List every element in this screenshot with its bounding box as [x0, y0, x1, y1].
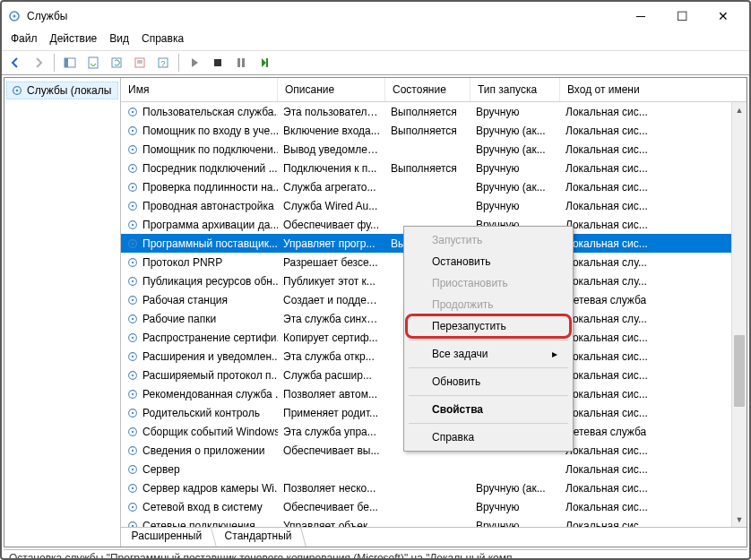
tree-item-services[interactable]: Службы (локалы [6, 82, 118, 99]
export-list-button[interactable] [83, 53, 103, 73]
svg-rect-14 [266, 58, 268, 67]
svg-point-24 [132, 167, 134, 168]
ctx-item[interactable]: Справка [407, 426, 570, 448]
table-row[interactable]: Пользовательская служба...Эта пользовате… [121, 102, 747, 121]
svg-point-18 [132, 110, 134, 112]
svg-point-60 [132, 505, 134, 507]
start-service-button[interactable] [185, 53, 204, 73]
ctx-item[interactable]: Все задачи▸ [407, 343, 570, 365]
restart-service-button[interactable] [255, 53, 274, 73]
maximize-button[interactable]: ☐ [661, 2, 703, 30]
forward-button[interactable] [29, 53, 48, 73]
scroll-down-icon[interactable]: ▼ [732, 512, 747, 527]
stop-service-button[interactable] [208, 53, 228, 73]
ctx-item[interactable]: Обновить [407, 371, 570, 392]
ctx-item: Запустить [407, 229, 570, 251]
vertical-scrollbar[interactable]: ▲ ▼ [731, 102, 747, 527]
menu-action[interactable]: Действие [50, 32, 98, 45]
table-row[interactable]: СерверЛокальная сис... [121, 460, 747, 478]
tab-standard[interactable]: Стандартный [211, 528, 306, 547]
svg-point-32 [132, 242, 134, 244]
ctx-item: Продолжить [407, 294, 570, 315]
svg-point-1 [13, 15, 16, 18]
svg-point-62 [132, 524, 134, 526]
svg-point-28 [132, 204, 134, 206]
svg-rect-13 [242, 58, 245, 67]
svg-point-26 [132, 185, 134, 187]
svg-point-54 [132, 449, 134, 451]
menubar: Файл Действие Вид Справка [2, 30, 749, 50]
svg-point-50 [132, 411, 134, 413]
svg-text:?: ? [160, 59, 165, 68]
col-name[interactable]: Имя [121, 78, 278, 101]
svg-point-48 [132, 392, 134, 394]
svg-point-56 [132, 468, 134, 470]
table-row[interactable]: Сетевой вход в системуОбеспечивает бе...… [121, 497, 747, 516]
titlebar: Службы ─ ☐ ✕ [2, 2, 749, 30]
svg-rect-12 [237, 58, 240, 67]
svg-point-38 [132, 298, 134, 300]
ctx-item: Приостановить [407, 272, 570, 294]
col-startup[interactable]: Тип запуска [470, 78, 560, 101]
window-title: Службы [27, 10, 620, 22]
ctx-item[interactable]: Перезапустить [407, 315, 570, 337]
svg-point-36 [132, 280, 134, 281]
col-state[interactable]: Состояние [385, 78, 470, 101]
svg-point-40 [132, 317, 134, 319]
table-row[interactable]: Проверка подлинности на...Служба агрегат… [121, 177, 747, 196]
ctx-item[interactable]: Остановить [407, 251, 570, 272]
svg-point-16 [16, 90, 19, 92]
menu-file[interactable]: Файл [11, 32, 38, 45]
minimize-button[interactable]: ─ [620, 2, 661, 30]
menu-help[interactable]: Справка [142, 32, 184, 45]
svg-rect-3 [65, 58, 68, 67]
grid-header: Имя Описание Состояние Тип запуска Вход … [121, 78, 747, 102]
svg-rect-11 [214, 59, 221, 66]
close-button[interactable]: ✕ [703, 2, 744, 30]
chevron-right-icon: ▸ [552, 348, 557, 360]
content-area: Службы (локалы Имя Описание Состояние Ти… [4, 77, 747, 547]
tab-extended[interactable]: Расширенный [121, 528, 216, 547]
table-row[interactable]: Сервер кадров камеры Wi...Позволяет неск… [121, 478, 747, 497]
refresh-button[interactable] [107, 53, 126, 73]
help-button[interactable]: ? [153, 53, 173, 73]
context-menu: ЗапуститьОстановитьПриостановитьПродолжи… [403, 226, 574, 452]
table-row[interactable]: Помощник по подключени...Вывод уведомлен… [121, 140, 747, 159]
menu-view[interactable]: Вид [109, 32, 129, 45]
scroll-up-icon[interactable]: ▲ [732, 102, 747, 117]
svg-point-58 [132, 487, 134, 488]
scroll-thumb[interactable] [734, 335, 745, 407]
tree-pane: Службы (локалы [4, 78, 121, 547]
svg-point-52 [132, 430, 134, 432]
toolbar: ? [2, 50, 749, 75]
show-hide-tree-button[interactable] [60, 53, 80, 73]
svg-point-30 [132, 223, 134, 225]
pause-service-button[interactable] [231, 53, 251, 73]
services-icon [7, 9, 22, 23]
table-row[interactable]: Проводная автонастройкаСлужба Wired Au..… [121, 196, 747, 215]
properties-button[interactable] [130, 53, 150, 73]
status-bar: Остановка службы "Программный поставщик … [4, 549, 747, 560]
table-row[interactable]: Посредник подключений ...Подключения к п… [121, 159, 747, 177]
ctx-item[interactable]: Свойства [407, 399, 570, 420]
table-row[interactable]: Сетевые подключенияУправляет объект...Вр… [121, 516, 747, 527]
tree-item-label: Службы (локалы [27, 84, 111, 97]
view-tabs: Расширенный Стандартный [121, 527, 747, 547]
col-desc[interactable]: Описание [278, 78, 385, 101]
svg-point-44 [132, 355, 134, 357]
svg-point-22 [132, 148, 134, 150]
col-logon[interactable]: Вход от имени [560, 78, 747, 101]
back-button[interactable] [5, 53, 25, 73]
table-row[interactable]: Помощник по входу в уче...Включение вход… [121, 121, 747, 140]
svg-point-34 [132, 261, 134, 263]
svg-point-46 [132, 374, 134, 375]
svg-point-20 [132, 129, 134, 131]
svg-point-42 [132, 336, 134, 338]
